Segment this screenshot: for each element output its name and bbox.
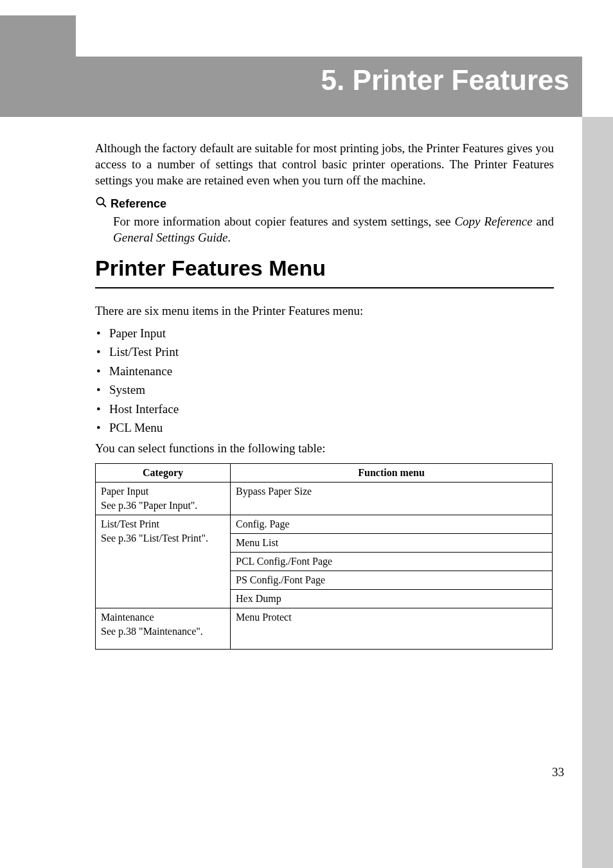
cell-function: PCL Config./Font Page xyxy=(231,552,553,571)
list-item: System xyxy=(95,380,558,399)
category-name: List/Test Print xyxy=(101,518,225,530)
list-item: Paper Input xyxy=(95,324,558,342)
table-intro: You can select functions in the followin… xyxy=(95,441,558,456)
svg-point-0 xyxy=(97,198,104,205)
chapter-name: Printer Features xyxy=(353,64,569,96)
section-title: Printer Features Menu xyxy=(95,256,558,281)
page: 5. Printer Features Although the factory… xyxy=(0,0,613,868)
table-row: Maintenance See p.38 "Maintenance". Menu… xyxy=(96,608,553,649)
reference-body: For more information about copier featur… xyxy=(95,213,558,245)
reference-gsg: General Settings Guide xyxy=(113,231,227,244)
cell-function: Bypass Paper Size xyxy=(231,482,553,515)
category-ref: See p.36 "Paper Input". xyxy=(101,500,225,511)
reference-icon xyxy=(95,196,108,212)
cell-category: Paper Input See p.36 "Paper Input". xyxy=(96,482,231,515)
chapter-number: 5. xyxy=(321,64,345,96)
reference-and: and xyxy=(533,215,554,228)
function-table: Category Function menu Paper Input See p… xyxy=(95,463,553,650)
category-name: Paper Input xyxy=(101,486,225,497)
reference-copy-ref: Copy Reference xyxy=(454,215,532,228)
reference-heading: Reference xyxy=(95,196,558,212)
page-number: 33 xyxy=(552,765,564,779)
cell-function: Menu List xyxy=(231,533,553,552)
svg-line-1 xyxy=(103,204,106,207)
category-ref: See p.38 "Maintenance". xyxy=(101,626,225,637)
cell-function: Hex Dump xyxy=(231,589,553,608)
intro-paragraph: Although the factory default are suitabl… xyxy=(95,140,558,188)
category-name: Maintenance xyxy=(101,612,225,623)
section-rule xyxy=(95,287,554,288)
list-item: Maintenance xyxy=(95,362,558,380)
content-area: Although the factory default are suitabl… xyxy=(95,140,558,650)
menu-intro: There are six menu items in the Printer … xyxy=(95,303,558,320)
list-item: Host Interface xyxy=(95,400,558,418)
category-ref: See p.36 "List/Test Print". xyxy=(101,533,225,544)
header-function: Function menu xyxy=(231,463,553,482)
cell-category: List/Test Print See p.36 "List/Test Prin… xyxy=(96,515,231,608)
reference-suffix: . xyxy=(227,231,231,244)
table-row: List/Test Print See p.36 "List/Test Prin… xyxy=(96,515,553,533)
header-category: Category xyxy=(96,463,231,482)
header-tab xyxy=(0,15,76,57)
table-row: Paper Input See p.36 "Paper Input". Bypa… xyxy=(96,482,553,515)
cell-function: Menu Protect xyxy=(231,608,553,649)
side-tab xyxy=(582,117,613,868)
menu-list: Paper Input List/Test Print Maintenance … xyxy=(95,324,558,438)
cell-function: Config. Page xyxy=(231,515,553,533)
chapter-title: 5. Printer Features xyxy=(0,64,569,96)
table-header-row: Category Function menu xyxy=(96,463,553,482)
cell-function: PS Config./Font Page xyxy=(231,571,553,589)
reference-label: Reference xyxy=(111,197,166,211)
reference-prefix: For more information about copier featur… xyxy=(113,215,454,228)
cell-category: Maintenance See p.38 "Maintenance". xyxy=(96,608,231,649)
list-item: List/Test Print xyxy=(95,342,558,361)
list-item: PCL Menu xyxy=(95,418,558,437)
